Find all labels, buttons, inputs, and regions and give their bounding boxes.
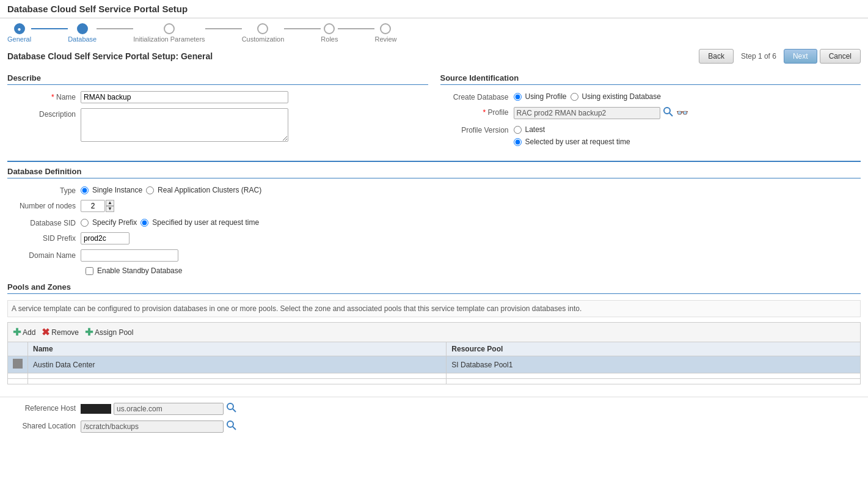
empty-selector-1: [8, 373, 28, 379]
empty-row-1: [8, 373, 861, 379]
shared-location-label: Shared Location: [7, 420, 81, 430]
step-roles[interactable]: Roles: [321, 23, 338, 43]
reference-host-row: Reference Host: [7, 402, 861, 415]
main-content: Describe Name Description Source Identif…: [0, 68, 868, 397]
latest-radio[interactable]: [514, 126, 522, 134]
spinner-up[interactable]: ▲: [106, 200, 114, 206]
profile-view-icon[interactable]: 👓: [676, 107, 688, 119]
reference-host-label: Reference Host: [7, 402, 81, 413]
step-general[interactable]: ● General: [7, 23, 31, 43]
pools-and-zones-section: Pools and Zones A service template can b…: [7, 282, 861, 384]
describe-title: Describe: [7, 73, 428, 85]
domain-name-row: Domain Name: [7, 249, 861, 262]
step-line-3: [205, 28, 242, 29]
using-existing-label: Using existing Database: [582, 92, 661, 101]
remove-icon: ✖: [42, 326, 49, 338]
type-options: Single Instance Real Application Cluster…: [81, 185, 261, 194]
step-init-circle: [164, 23, 175, 34]
name-input[interactable]: [81, 91, 288, 103]
description-input[interactable]: [81, 108, 288, 142]
step-line-5: [338, 28, 374, 29]
add-button[interactable]: ✚ Add: [13, 326, 35, 338]
domain-name-input[interactable]: [81, 249, 178, 262]
describe-section: Describe Name Description: [7, 73, 428, 151]
enable-standby-checkbox[interactable]: [86, 267, 93, 275]
sid-prefix-label: SID Prefix: [7, 232, 81, 243]
domain-name-label: Domain Name: [7, 249, 81, 260]
enable-standby-label: Enable Standby Database: [97, 266, 182, 275]
reference-host-input[interactable]: [114, 403, 224, 415]
profile-version-options: Latest Selected by user at request time: [514, 124, 630, 146]
profile-input[interactable]: [514, 107, 660, 119]
page-header: Database Cloud Self Service Portal Setup: [0, 0, 868, 18]
step-init-params[interactable]: Initialization Parameters: [133, 23, 205, 43]
profile-row: Profile 👓: [440, 106, 861, 119]
pools-title: Pools and Zones: [7, 282, 861, 294]
add-icon: ✚: [13, 326, 21, 338]
num-nodes-label: Number of nodes: [7, 200, 81, 210]
step-review-label: Review: [374, 35, 396, 43]
pools-table: Name Resource Pool Austin Data Center SI…: [7, 342, 861, 384]
specified-by-user-radio[interactable]: [140, 219, 148, 227]
step-database[interactable]: Database: [68, 23, 97, 43]
assign-icon: ✚: [85, 326, 93, 338]
profile-search-icon[interactable]: [663, 106, 674, 119]
cancel-button[interactable]: Cancel: [820, 49, 861, 64]
step-custom-label: Customization: [242, 35, 285, 43]
source-title: Source Identification: [440, 73, 861, 85]
table-row[interactable]: Austin Data Center SI Database Pool1: [8, 356, 861, 373]
step-review-circle: [380, 23, 391, 34]
selected-by-user-radio[interactable]: [514, 138, 522, 146]
remove-button[interactable]: ✖ Remove: [42, 326, 79, 338]
create-database-options: Using Profile Using existing Database: [514, 91, 661, 101]
pools-description: A service template can be configured to …: [7, 300, 861, 317]
resource-pool-column-header: Resource Pool: [447, 342, 861, 356]
using-existing-radio[interactable]: [571, 93, 578, 101]
db-sid-label: Database SID: [7, 217, 81, 227]
empty-row-2: [8, 379, 861, 384]
step-database-circle: [77, 23, 88, 34]
step-init-label: Initialization Parameters: [133, 35, 205, 43]
single-instance-radio[interactable]: [81, 186, 89, 194]
name-label: Name: [7, 91, 81, 101]
num-nodes-input[interactable]: [81, 200, 105, 212]
spinner-buttons: ▲ ▼: [106, 200, 114, 212]
create-database-label: Create Database: [440, 91, 514, 101]
step-customization[interactable]: Customization: [242, 23, 285, 43]
page-title: Database Cloud Self Service Portal Setup: [7, 4, 188, 14]
pools-toolbar: ✚ Add ✖ Remove ✚ Assign Pool: [7, 322, 861, 342]
latest-label: Latest: [525, 125, 545, 134]
wizard-steps: ● General Database Initialization Parame…: [0, 18, 868, 44]
profile-input-group: 👓: [514, 106, 688, 119]
sid-prefix-input[interactable]: [81, 232, 129, 244]
shared-location-search-icon[interactable]: [226, 420, 237, 433]
selector-column-header: [8, 342, 28, 356]
step-line-1: [31, 28, 68, 29]
assign-pool-button[interactable]: ✚ Assign Pool: [85, 326, 133, 338]
using-profile-radio[interactable]: [514, 93, 522, 101]
next-button[interactable]: Next: [784, 49, 817, 64]
reference-host-input-group: [81, 402, 237, 415]
rac-radio[interactable]: [146, 186, 154, 194]
step-info: Step 1 of 6: [741, 52, 776, 61]
row-selector-cell: [8, 356, 28, 373]
spinner-down[interactable]: ▼: [106, 206, 114, 212]
back-button[interactable]: Back: [699, 49, 734, 64]
svg-line-3: [233, 409, 236, 412]
source-identification-section: Source Identification Create Database Us…: [440, 73, 861, 151]
rac-label: Real Application Clusters (RAC): [158, 186, 261, 194]
using-profile-label: Using Profile: [525, 92, 567, 101]
svg-point-4: [227, 421, 233, 427]
reference-host-prefix: [81, 404, 111, 414]
step-review[interactable]: Review: [374, 23, 396, 43]
shared-location-input[interactable]: [81, 420, 224, 433]
db-def-title: Database Definition: [7, 167, 861, 178]
specify-prefix-radio[interactable]: [81, 219, 89, 227]
step-database-label: Database: [68, 35, 97, 43]
empty-pool-1: [447, 373, 861, 379]
latest-option-row: Latest: [514, 124, 630, 134]
bottom-section: Reference Host Shared Location: [0, 397, 868, 442]
reference-host-search-icon[interactable]: [226, 402, 237, 415]
type-label: Type: [7, 185, 81, 195]
db-sid-row: Database SID Specify Prefix Specified by…: [7, 217, 861, 227]
